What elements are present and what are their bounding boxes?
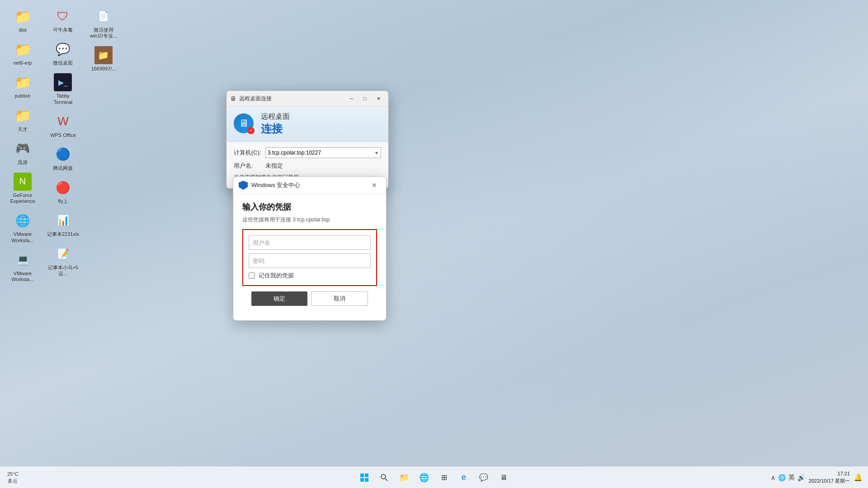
taskbar-center: 📁 🌐 ⊞ e 💬 🖥: [355, 469, 513, 487]
tray-speaker-icon[interactable]: 🔊: [797, 474, 805, 481]
shield-icon: [239, 181, 248, 190]
desktop-icon-keeniu[interactable]: 🛡 可牛杀毒: [45, 5, 81, 36]
desktop-icon-wechat[interactable]: 💬 微信桌面: [45, 38, 81, 69]
close-button[interactable]: ✕: [372, 94, 385, 103]
teams-button[interactable]: 💬: [475, 469, 493, 487]
security-dialog-title: Windows 安全中心: [251, 181, 300, 189]
security-dialog: Windows 安全中心 ✕ 输入你的凭据 这些凭据将用于连接 3.tcp.cp…: [233, 176, 387, 321]
file-explorer-button[interactable]: 📁: [395, 469, 413, 487]
username-label: 用户名:: [234, 162, 265, 170]
credentials-box: 记住我的凭据: [242, 229, 377, 286]
svg-rect-1: [365, 474, 368, 477]
desktop-background: [0, 0, 868, 488]
start-button[interactable]: [355, 469, 373, 487]
svg-line-5: [385, 479, 387, 481]
security-titlebar: Windows 安全中心 ✕: [233, 177, 386, 194]
svg-rect-3: [365, 478, 368, 482]
task-view-button[interactable]: ⊞: [435, 469, 453, 487]
desktop-icon-net6erp[interactable]: 📁 net6-erp: [5, 38, 41, 69]
remember-label: 记住我的凭据: [259, 272, 294, 280]
security-close-button[interactable]: ✕: [368, 180, 381, 190]
desktop-icon-fly[interactable]: 🔴 fly上: [45, 176, 81, 207]
rdp-subtitle: 连接: [261, 122, 290, 136]
desktop-icon-tabby[interactable]: ▶_ Tabby Terminal: [45, 70, 81, 108]
maximize-button[interactable]: □: [359, 94, 371, 103]
desktop-icon-geforce[interactable]: N GeForce Experience: [5, 170, 41, 207]
desktop-icon-xundao[interactable]: 🎮 迅游: [5, 137, 41, 168]
clock-date: 2022/10/17 星期一: [809, 478, 850, 484]
desktop: 📁 dist 📁 net6-erp 📁 publish 📁 天才 🎮 迅游 N: [0, 0, 868, 488]
rdp-titlebar: 🖥 远程桌面连接 ─ □ ✕: [226, 91, 388, 107]
weather-temp: 25°C: [7, 471, 19, 477]
cancel-button[interactable]: 取消: [311, 291, 368, 306]
minimize-button[interactable]: ─: [345, 94, 358, 103]
desktop-icon-dist[interactable]: 📁 dist: [5, 5, 41, 36]
show-desktop-button[interactable]: 🖥: [495, 469, 513, 487]
username-value: 未指定: [265, 162, 381, 170]
system-tray: ∧ 🌐 英 🔊: [771, 474, 805, 482]
taskbar-right: ∧ 🌐 英 🔊 17:21 2022/10/17 星期一 🔔: [771, 470, 868, 484]
svg-rect-2: [360, 478, 364, 482]
computer-input[interactable]: 3.tcp.cpolar.top:10227 ▼: [265, 147, 381, 158]
clock-time: 17:21: [809, 470, 850, 477]
tray-network-icon[interactable]: 🌐: [778, 474, 786, 481]
svg-point-4: [381, 474, 386, 479]
notification-icon[interactable]: 🔔: [854, 473, 863, 482]
security-subtitle: 这些凭据将用于连接 3.tcp.cpolar.top.: [242, 216, 377, 224]
desktop-icon-wps[interactable]: W WPS Office: [45, 110, 81, 141]
tray-lang[interactable]: 英: [788, 474, 795, 482]
edge-button[interactable]: e: [455, 469, 473, 487]
desktop-icon-vmware[interactable]: 💻 VMware Worksta...: [5, 248, 41, 285]
rdp-window-title: 远程桌面连接: [239, 95, 272, 103]
taskbar: 25°C 多云: [0, 466, 868, 488]
desktop-icon-tiancai[interactable]: 📁 天才: [5, 104, 41, 135]
username-input[interactable]: [249, 235, 371, 250]
desktop-icon-notepad-xls[interactable]: 📊 记事本2231xls: [45, 209, 81, 240]
desktop-icon-notepad-xiaoma[interactable]: 📝 记事本小马+5运...: [45, 242, 81, 279]
rdp-title-icon: 🖥: [230, 95, 236, 102]
credential-buttons: 确定 取消: [242, 291, 377, 306]
desktop-icon-activate-win[interactable]: 📄 激活使用win10专业...: [85, 5, 122, 42]
computer-value: 3.tcp.cpolar.top:10227: [268, 150, 374, 156]
rdp-header: 🖥 ✓ 远程桌面 连接: [226, 107, 388, 142]
desktop-icon-tencent[interactable]: 🔵 腾讯网盾: [45, 143, 81, 174]
search-button[interactable]: [375, 469, 393, 487]
computer-label: 计算机(C):: [234, 149, 265, 157]
security-main-heading: 输入你的凭据: [242, 202, 377, 212]
weather-widget[interactable]: 25°C 多云: [7, 471, 19, 484]
password-input[interactable]: [249, 253, 371, 268]
confirm-button[interactable]: 确定: [251, 291, 307, 306]
tray-chevron[interactable]: ∧: [771, 474, 775, 481]
weather-condition: 多云: [7, 478, 19, 484]
desktop-icon-chrome[interactable]: 🌐 VMware Worksta...: [5, 209, 41, 246]
desktop-icon-publish[interactable]: 📁 publish: [5, 70, 41, 102]
clock[interactable]: 17:21 2022/10/17 星期一: [809, 470, 850, 484]
desktop-icon-1669997[interactable]: 📁 1669997/...: [85, 43, 122, 75]
svg-rect-0: [360, 474, 364, 477]
rdp-window: 🖥 远程桌面连接 ─ □ ✕ 🖥 ✓ 远程桌面 连接 计: [226, 90, 389, 189]
desktop-icons: 📁 dist 📁 net6-erp 📁 publish 📁 天才 🎮 迅游 N: [5, 5, 124, 287]
rdp-main-title: 远程桌面: [261, 112, 290, 122]
dropdown-arrow-icon: ▼: [374, 150, 379, 155]
remember-checkbox[interactable]: [249, 272, 255, 279]
taskbar-chrome-button[interactable]: 🌐: [415, 469, 433, 487]
